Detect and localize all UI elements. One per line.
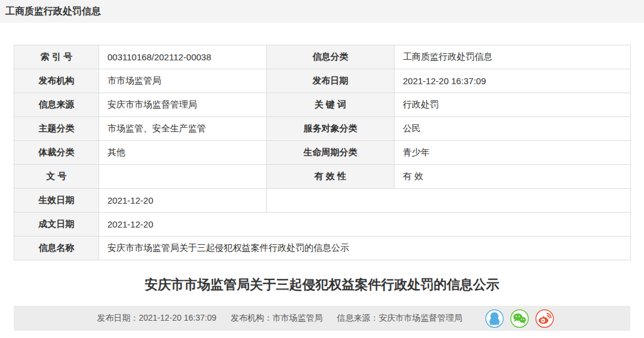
value-genre-category: 其他	[99, 141, 267, 165]
table-row: 发布机构 市市场监管局 发布日期 2021-12-20 16:37:09	[14, 69, 631, 93]
qq-share-icon[interactable]	[485, 309, 504, 328]
label-validity: 有 效 性	[267, 165, 395, 189]
label-index-number: 索 引 号	[14, 45, 99, 69]
label-info-category: 信息分类	[267, 45, 395, 69]
label-written-date: 成文日期	[14, 213, 99, 236]
value-topic-category: 市场监管、安全生产监管	[99, 117, 267, 141]
meta-publish-org: 发布机构：市市场监管局	[231, 313, 323, 324]
label-genre-category: 体裁分类	[14, 141, 99, 165]
label-lifecycle-category: 生命周期分类	[267, 141, 395, 165]
value-doc-number	[99, 165, 267, 189]
value-validity: 有 效	[395, 165, 631, 189]
page-header: 工商质监行政处罚信息	[0, 0, 644, 23]
wechat-share-icon[interactable]	[510, 309, 529, 328]
value-keywords: 行政处罚	[395, 93, 631, 117]
table-row: 主题分类 市场监管、安全生产监管 服务对象分类 公民	[14, 117, 631, 141]
label-service-object-category: 服务对象分类	[267, 117, 395, 141]
table-row: 成文日期 2021-12-20	[14, 213, 631, 236]
value-effective-date: 2021-12-20	[99, 189, 267, 213]
share-button-group	[479, 309, 554, 328]
value-index-number: 003110168/202112-00038	[99, 45, 267, 69]
info-table: 索 引 号 003110168/202112-00038 信息分类 工商质监行政…	[14, 45, 631, 260]
meta-info-source: 信息来源：安庆市市场监督管理局	[337, 313, 463, 324]
value-publish-date: 2021-12-20 16:37:09	[395, 69, 631, 93]
meta-publish-date: 发布日期：2021-12-20 16:37:09	[97, 313, 217, 324]
label-info-name: 信息名称	[14, 236, 99, 260]
value-service-object-category: 公民	[395, 117, 631, 141]
table-row: 体裁分类 其他 生命周期分类 青少年	[14, 141, 631, 165]
table-row: 信息来源 安庆市市场监督管理局 关 键 词 行政处罚	[14, 93, 631, 117]
label-publish-org: 发布机构	[14, 69, 99, 93]
article-meta-bar: 发布日期：2021-12-20 16:37:09 发布机构：市市场监管局 信息来…	[14, 306, 630, 331]
value-info-source: 安庆市市场监督管理局	[99, 93, 267, 117]
article-title: 安庆市市场监管局关于三起侵犯权益案件行政处罚的信息公示	[14, 276, 630, 294]
info-table-container: 索 引 号 003110168/202112-00038 信息分类 工商质监行政…	[14, 45, 630, 260]
table-row: 文 号 有 效 性 有 效	[14, 165, 631, 189]
value-publish-org: 市市场监管局	[99, 69, 267, 93]
value-lifecycle-category: 青少年	[395, 141, 631, 165]
table-row: 索 引 号 003110168/202112-00038 信息分类 工商质监行政…	[14, 45, 631, 69]
value-effective-date-empty	[267, 189, 631, 213]
value-info-category: 工商质监行政处罚信息	[395, 45, 631, 69]
label-publish-date: 发布日期	[267, 69, 395, 93]
value-written-date: 2021-12-20	[99, 213, 631, 236]
label-keywords: 关 键 词	[267, 93, 395, 117]
label-topic-category: 主题分类	[14, 117, 99, 141]
page-title: 工商质监行政处罚信息	[5, 5, 101, 18]
table-row: 信息名称 安庆市市场监管局关于三起侵犯权益案件行政处罚的信息公示	[14, 236, 631, 260]
label-info-source: 信息来源	[14, 93, 99, 117]
label-doc-number: 文 号	[14, 165, 99, 189]
weibo-share-icon[interactable]	[535, 309, 554, 328]
label-effective-date: 生效日期	[14, 189, 99, 213]
value-info-name: 安庆市市场监管局关于三起侵犯权益案件行政处罚的信息公示	[99, 236, 631, 260]
table-row: 生效日期 2021-12-20	[14, 189, 631, 213]
